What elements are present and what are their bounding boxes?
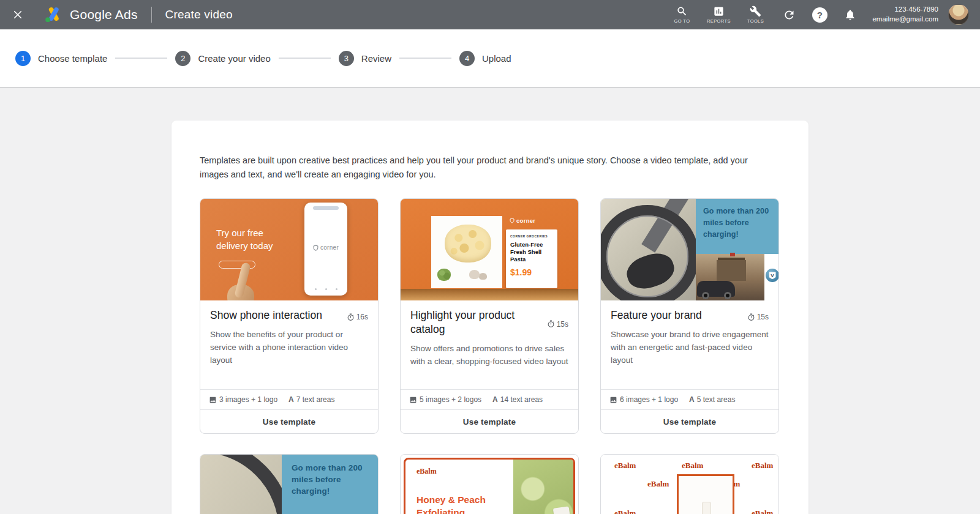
ebalm-brand-logo: eBalm	[614, 508, 636, 514]
template-thumbnail: Go more than 200 miles before charging! …	[601, 199, 778, 300]
template-title: Highlight your product catalog	[410, 308, 542, 337]
price-card: CORNER GROCERIES Gluten-Free Fresh Shell…	[506, 229, 557, 288]
ad-heading: Honey & Peach Exfoliating	[417, 494, 508, 514]
step-number: 1	[15, 51, 31, 66]
step-label: Choose template	[38, 53, 107, 64]
account-phone: 123-456-7890	[872, 5, 938, 15]
store-name: CORNER GROCERIES	[510, 234, 553, 238]
ebalm-brand-logo: eBalm	[682, 461, 703, 471]
images-meta: 6 images + 1 logo	[609, 395, 678, 404]
go-to-button[interactable]: GO TO	[665, 6, 698, 24]
main-content: Templates are built upon creative best p…	[0, 88, 980, 514]
template-description: Show offers and promotions to drive sale…	[410, 343, 568, 368]
pasta-illustration	[445, 225, 491, 263]
headline-banner: Go more than 200 miles before charging!	[282, 455, 378, 514]
stopwatch-icon	[347, 313, 355, 321]
template-description: Showcase your brand to drive engagement …	[611, 329, 769, 367]
corner-brand-logo: corner	[510, 217, 535, 224]
step-connector	[279, 58, 331, 59]
template-thumbnail: Go more than 200 miles before charging!	[200, 455, 378, 514]
stopwatch-icon	[747, 313, 755, 321]
step-label: Create your video	[198, 53, 270, 64]
step-review[interactable]: 3 Review	[339, 51, 391, 66]
go-to-label: GO TO	[674, 18, 690, 24]
google-ads-logo-icon	[43, 6, 64, 24]
logo-sidebar: V	[764, 254, 778, 300]
template-meta: 5 images + 2 logos A 14 text areas	[401, 389, 578, 409]
shield-icon	[313, 245, 318, 251]
avatar[interactable]	[948, 4, 969, 25]
step-label: Upload	[482, 53, 511, 64]
steering-wheel-closeup-photo	[200, 455, 282, 514]
shield-icon	[510, 218, 514, 223]
template-meta: 6 images + 1 logo A 5 text areas	[601, 389, 778, 409]
broccoli-illustration	[437, 269, 451, 281]
text-icon: A	[288, 395, 294, 404]
car-house-photo	[696, 254, 764, 300]
app-name: Google Ads	[70, 7, 138, 22]
step-number: 4	[459, 51, 475, 66]
template-card-row2-3: eBalm eBalm eBalm eBalm eBalm eBalm eBal…	[600, 454, 779, 514]
product-price: $1.99	[510, 267, 553, 277]
template-meta: 3 images + 1 logo A 7 text areas	[200, 389, 378, 409]
help-icon: ?	[812, 7, 827, 23]
phone-status-bar	[313, 206, 339, 210]
text-icon: A	[492, 395, 498, 404]
step-upload[interactable]: 4 Upload	[459, 51, 511, 66]
card-body: Highlight your product catalog 15s Show …	[401, 300, 578, 389]
images-meta: 3 images + 1 logo	[209, 395, 277, 404]
headline-banner: Go more than 200 miles before charging!	[696, 199, 778, 254]
template-grid-row-2: Go more than 200 miles before charging! …	[200, 454, 779, 514]
use-template-button[interactable]: Use template	[401, 409, 578, 433]
page-title: Create video	[165, 8, 233, 21]
image-icon	[609, 396, 617, 404]
step-connector	[115, 58, 167, 59]
template-card-row2-2: eBalm Honey & Peach Exfoliating	[400, 454, 579, 514]
brand-shield-logo-icon: V	[766, 269, 778, 282]
refresh-button[interactable]	[775, 1, 802, 28]
close-button[interactable]	[0, 0, 34, 29]
phone-nav-dots	[304, 288, 347, 290]
ebalm-brand-logo: eBalm	[417, 467, 437, 476]
template-picker-panel: Templates are built upon creative best p…	[172, 121, 809, 514]
bar-chart-icon	[713, 6, 725, 17]
step-number: 3	[339, 51, 354, 66]
account-info[interactable]: 123-456-7890 emailme@gmail.com	[872, 5, 938, 24]
template-thumbnail: eBalm eBalm eBalm eBalm eBalm eBalm eBal…	[601, 455, 778, 514]
template-description: Show the benefits of your product or ser…	[210, 329, 368, 367]
intro-text: Templates are built upon creative best p…	[200, 154, 754, 182]
step-create-your-video[interactable]: 2 Create your video	[175, 51, 270, 66]
step-number: 2	[175, 51, 190, 66]
template-thumbnail: Try our free delivery today corner	[200, 199, 378, 300]
duration-badge: 16s	[347, 311, 368, 322]
product-frame	[677, 474, 734, 514]
use-template-button[interactable]: Use template	[601, 409, 778, 433]
template-title: Feature your brand	[611, 308, 702, 322]
notifications-button[interactable]	[837, 1, 864, 28]
template-card-show-phone-interaction: Try our free delivery today corner	[200, 198, 379, 434]
help-button[interactable]: ?	[806, 1, 833, 28]
ebalm-brand-logo: eBalm	[614, 461, 636, 471]
text-areas-meta: A 14 text areas	[492, 395, 543, 404]
app-header: Google Ads Create video GO TO REPORTS TO…	[0, 0, 980, 29]
desk-surface	[401, 289, 578, 300]
progress-stepper: 1 Choose template 2 Create your video 3 …	[0, 29, 980, 88]
step-connector	[399, 58, 451, 59]
ebalm-brand-logo: eBalm	[752, 508, 773, 514]
image-icon	[409, 396, 417, 404]
reports-button[interactable]: REPORTS	[702, 6, 735, 24]
corner-brand-logo: corner	[304, 244, 347, 251]
image-icon	[209, 396, 217, 404]
text-areas-meta: A 7 text areas	[288, 395, 334, 404]
step-choose-template[interactable]: 1 Choose template	[15, 51, 107, 66]
use-template-button[interactable]: Use template	[200, 409, 378, 433]
stopwatch-icon	[547, 320, 555, 328]
plant-photo	[513, 460, 575, 514]
reports-label: REPORTS	[707, 18, 731, 24]
duration-badge: 15s	[547, 311, 568, 337]
header-divider	[151, 7, 152, 23]
grocery-photo	[431, 216, 502, 288]
tools-button[interactable]: TOOLS	[739, 6, 772, 24]
text-areas-meta: A 5 text areas	[689, 395, 735, 404]
duration-badge: 15s	[747, 311, 769, 322]
